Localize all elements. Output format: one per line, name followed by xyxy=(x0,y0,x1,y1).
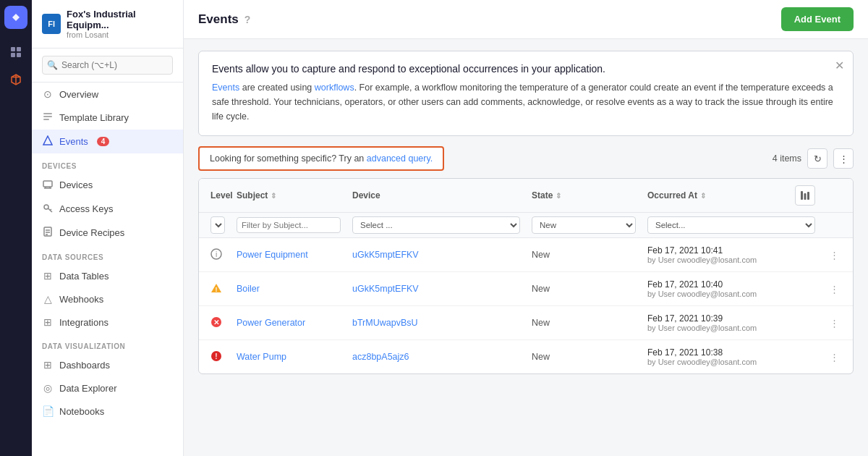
th-level: Level xyxy=(205,179,231,212)
sort-icon-subject: ⇕ xyxy=(271,192,276,200)
sidebar-item-notebooks[interactable]: 📄 Notebooks xyxy=(32,400,183,423)
sidebar-item-events[interactable]: Events 4 xyxy=(32,130,183,153)
query-actions: 4 items ↻ ⋮ xyxy=(773,148,854,169)
sidebar-item-label: Data Explorer xyxy=(59,383,116,394)
filter-occurred-select[interactable]: Select... xyxy=(647,216,815,234)
device-link-3[interactable]: acz8bpA5ajz6 xyxy=(352,352,409,362)
th-subject[interactable]: Subject ⇕ xyxy=(231,179,346,212)
query-box: Looking for something specific? Try an a… xyxy=(198,146,444,171)
page-title: Events xyxy=(198,12,239,27)
sidebar-item-overview[interactable]: ⊙ Overview xyxy=(32,83,183,106)
device-link-0[interactable]: uGkK5mptEFKV xyxy=(352,250,419,260)
level-cell-1: ! xyxy=(205,275,231,303)
table-row: i Power Equipment uGkK5mptEFKV New Feb 1… xyxy=(199,238,853,272)
device-cell-1: uGkK5mptEFKV xyxy=(346,276,526,301)
th-occurred-at[interactable]: Occurred At ⇕ xyxy=(642,179,821,212)
events-badge: 4 xyxy=(97,137,110,146)
filter-level-select[interactable]: All xyxy=(210,216,225,234)
sidebar-item-label: Devices xyxy=(59,180,93,190)
template-library-icon xyxy=(42,111,54,124)
subject-link-2[interactable]: Power Generator xyxy=(237,318,305,328)
th-level-label: Level xyxy=(210,190,233,200)
filter-device-select[interactable]: Select ... xyxy=(352,216,520,234)
occurred-sub-0: by User cwoodley@losant.com xyxy=(647,256,815,264)
app-avatar: FI xyxy=(42,14,61,34)
filter-subject-input[interactable] xyxy=(237,217,341,233)
close-banner-button[interactable]: ✕ xyxy=(835,59,844,72)
info-banner: ✕ Events allow you to capture and respon… xyxy=(198,51,854,136)
subject-link-3[interactable]: Water Pump xyxy=(237,352,286,362)
sidebar-item-data-tables[interactable]: ⊞ Data Tables xyxy=(32,264,183,287)
filter-device-cell: Select ... xyxy=(346,213,526,237)
row-menu-3[interactable]: ⋮ xyxy=(821,345,847,370)
icon-rail xyxy=(0,0,32,456)
column-vis-button[interactable] xyxy=(795,185,815,206)
table-header: Level Subject ⇕ Device State ⇕ Occurred … xyxy=(199,179,853,213)
sidebar: FI Fox's Industrial Equipm... from Losan… xyxy=(32,0,184,456)
rail-icon-package[interactable] xyxy=(4,68,27,91)
subject-link-0[interactable]: Power Equipment xyxy=(237,250,308,260)
sort-icon-state: ⇕ xyxy=(556,192,561,200)
sidebar-item-device-recipes[interactable]: Device Recipes xyxy=(32,221,183,245)
filter-subject-cell xyxy=(231,213,346,237)
subject-cell-1: Boiler xyxy=(231,276,346,301)
sidebar-item-label: Dashboards xyxy=(59,360,110,371)
help-icon[interactable]: ? xyxy=(244,14,251,25)
th-device-label: Device xyxy=(352,190,380,200)
sidebar-item-access-keys[interactable]: Access Keys xyxy=(32,197,183,221)
section-label-devices: DEVICES xyxy=(32,153,183,173)
svg-marker-7 xyxy=(43,136,52,145)
sidebar-item-integrations[interactable]: ⊞ Integrations xyxy=(32,311,183,334)
th-device: Device xyxy=(346,179,526,212)
row-menu-1[interactable]: ⋮ xyxy=(821,276,847,302)
sidebar-item-webhooks[interactable]: △ Webhooks xyxy=(32,287,183,311)
refresh-button[interactable]: ↻ xyxy=(807,148,827,169)
svg-text:!: ! xyxy=(215,352,217,360)
device-link-2[interactable]: bTrMUwapvBsU xyxy=(352,318,418,328)
filter-state-select[interactable]: New xyxy=(532,216,636,234)
sidebar-item-label: Overview xyxy=(59,89,98,100)
svg-rect-0 xyxy=(11,47,15,51)
sidebar-item-devices[interactable]: Devices xyxy=(32,173,183,197)
main-content: Events ? Add Event ✕ Events allow you to… xyxy=(184,0,868,456)
query-bar: Looking for something specific? Try an a… xyxy=(198,146,854,171)
th-subject-label: Subject xyxy=(237,190,268,200)
subject-cell-2: Power Generator xyxy=(231,311,346,335)
subject-link-1[interactable]: Boiler xyxy=(237,284,260,294)
topbar: Events ? Add Event xyxy=(184,0,868,39)
sidebar-item-label: Template Library xyxy=(59,112,129,123)
filter-actions-cell xyxy=(821,213,847,237)
sidebar-item-label: Data Tables xyxy=(59,271,109,282)
events-link[interactable]: Events xyxy=(212,83,239,93)
more-options-button[interactable]: ⋮ xyxy=(833,148,854,169)
search-icon: 🔍 xyxy=(47,60,58,70)
state-cell-0: New xyxy=(526,242,642,267)
sidebar-item-template-library[interactable]: Template Library xyxy=(32,106,183,130)
sort-icon-occurred: ⇕ xyxy=(700,192,706,200)
query-text: Looking for something specific? Try an xyxy=(210,153,367,164)
svg-rect-3 xyxy=(17,53,21,57)
sidebar-item-label: Webhooks xyxy=(59,294,103,305)
app-logo[interactable] xyxy=(4,6,27,29)
events-icon xyxy=(42,135,54,148)
occurred-cell-1: Feb 17, 2021 10:40 by User cwoodley@losa… xyxy=(642,272,821,305)
sidebar-item-data-explorer[interactable]: ◎ Data Explorer xyxy=(32,376,183,400)
svg-text:✕: ✕ xyxy=(213,318,219,326)
rail-icon-grid[interactable] xyxy=(4,41,27,64)
sidebar-item-label: Device Recipes xyxy=(59,227,124,238)
row-menu-2[interactable]: ⋮ xyxy=(821,311,847,336)
devices-icon xyxy=(42,179,54,191)
th-state[interactable]: State ⇕ xyxy=(526,179,642,212)
advanced-query-link[interactable]: advanced query. xyxy=(367,153,433,164)
device-link-1[interactable]: uGkK5mptEFKV xyxy=(352,284,419,294)
row-menu-0[interactable]: ⋮ xyxy=(821,242,847,268)
sidebar-item-dashboards[interactable]: ⊞ Dashboards xyxy=(32,353,183,376)
workflows-link[interactable]: workflows xyxy=(315,83,354,93)
sidebar-item-label: Access Keys xyxy=(59,203,113,214)
data-tables-icon: ⊞ xyxy=(42,270,54,282)
occurred-main-3: Feb 17, 2021 10:38 xyxy=(647,347,815,358)
search-input[interactable] xyxy=(42,56,173,75)
add-event-button[interactable]: Add Event xyxy=(781,7,854,31)
sidebar-item-label: Events xyxy=(59,136,88,147)
svg-rect-21 xyxy=(807,192,809,200)
